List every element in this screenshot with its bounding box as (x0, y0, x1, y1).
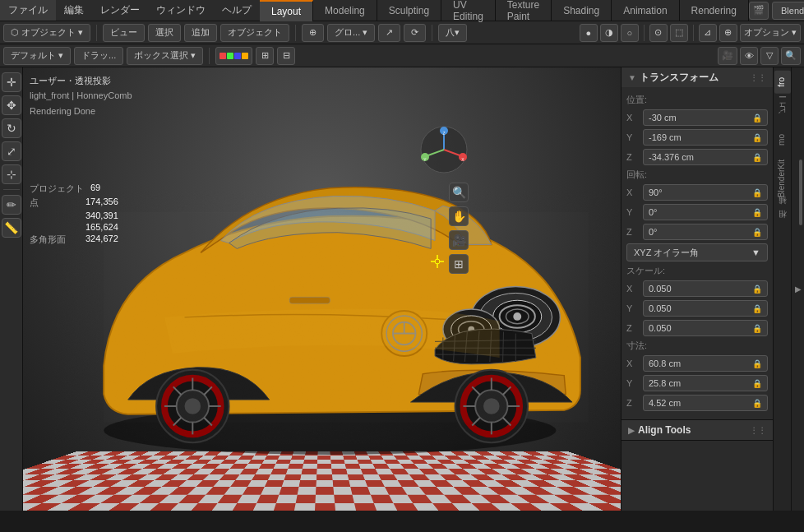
panel-menu-icon[interactable]: ⋮⋮ (750, 73, 766, 82)
viewport[interactable]: Z X Y 🔍 ✋ 🎥 ⊞ ユーザー・透視投影 light_front | Ho… (23, 67, 621, 511)
tab-modeling[interactable]: Modeling (313, 0, 377, 21)
tab-sculpting[interactable]: Sculpting (377, 0, 441, 21)
snap-magnet-btn[interactable]: ⊕ (719, 24, 737, 42)
align-menu-icon[interactable]: ⋮⋮ (750, 426, 766, 435)
select-menu-btn[interactable]: 選択 (148, 24, 181, 42)
box-select-btn[interactable]: ボックス選択 ▾ (127, 47, 203, 65)
rotation-section-label: 回転: (626, 169, 768, 181)
default-mode-btn[interactable]: デフォルト ▾ (3, 47, 71, 65)
scale-x-lock[interactable]: 🔒 (752, 285, 762, 294)
scale-z-input[interactable]: 0.050 🔒 (643, 320, 768, 336)
annotate-tool[interactable]: ✏ (2, 195, 21, 215)
snap-btn[interactable]: 八▾ (438, 24, 467, 42)
viewport-shading-solid[interactable]: ● (580, 24, 598, 42)
tab-animation[interactable]: Animation (612, 0, 679, 21)
menu-render[interactable]: レンダー (92, 0, 148, 21)
scale-z-lock[interactable]: 🔒 (752, 324, 762, 333)
viewport-shading-material[interactable]: ◑ (600, 24, 618, 42)
grid-view-btn[interactable]: ⊞ (449, 254, 469, 274)
transform-origin-btn[interactable]: ⊕ (302, 24, 324, 42)
rot-z-value: 0° (649, 227, 658, 237)
drag-mode-btn[interactable]: ドラッ... (74, 47, 123, 65)
funnel-btn[interactable]: ▽ (760, 47, 779, 65)
scene-selector[interactable]: Blender (772, 2, 804, 20)
measure-tool[interactable]: 📏 (2, 218, 21, 238)
rot-z-lock[interactable]: 🔒 (752, 228, 762, 237)
camera-view-btn[interactable]: 🎥 (449, 230, 469, 250)
global-transform-btn[interactable]: グロ... ▾ (327, 24, 375, 42)
cursor-tool[interactable]: ✛ (2, 72, 21, 92)
options-right-btn[interactable]: オプション ▾ (740, 24, 801, 42)
tab-uv-editing[interactable]: UV Editing (441, 0, 496, 21)
far-right-toggle[interactable]: ▶ (791, 67, 804, 511)
move-tool[interactable]: ✥ (2, 95, 21, 115)
hand-tool-btn[interactable]: ✋ (449, 206, 469, 226)
camera-btn[interactable]: 🎥 (718, 47, 737, 65)
scale-x-label: X (626, 284, 640, 294)
gizmo-area[interactable]: Z X Y (419, 125, 469, 177)
svg-rect-52 (104, 212, 588, 422)
rot-y-lock[interactable]: 🔒 (752, 208, 762, 217)
filter-btn[interactable]: ⊟ (277, 47, 295, 65)
transform-header[interactable]: ▼ トランスフォーム ⋮⋮ (621, 67, 773, 87)
rot-x-lock[interactable]: 🔒 (752, 188, 762, 197)
tab-rendering[interactable]: Rendering (680, 0, 749, 21)
align-tools-header[interactable]: ▶ Align Tools ⋮⋮ (621, 420, 773, 440)
add-menu-btn[interactable]: 追加 (184, 24, 217, 42)
dim-z-lock[interactable]: 🔒 (752, 399, 762, 408)
zoom-btn[interactable]: 🔍 (449, 183, 469, 202)
pos-z-input[interactable]: -34.376 cm 🔒 (643, 149, 768, 165)
search-btn[interactable]: 🔍 (781, 47, 801, 65)
object-mode-btn[interactable]: ⬡ オブジェクト ▾ (3, 24, 90, 42)
overlay-types-btn[interactable]: ⊞ (256, 47, 274, 65)
pos-z-lock[interactable]: 🔒 (752, 153, 762, 162)
tab-shading[interactable]: Shading (552, 0, 612, 21)
menu-file[interactable]: ファイル (0, 0, 56, 21)
pos-y-input[interactable]: -169 cm 🔒 (643, 129, 768, 146)
view-menu-btn[interactable]: ビュー (103, 24, 145, 42)
rot-x-input[interactable]: 90° 🔒 (643, 184, 768, 201)
scene-icon[interactable]: 🎬 (749, 2, 769, 20)
menu-help[interactable]: ヘルプ (214, 0, 260, 21)
rot-y-row: Y 0° 🔒 (626, 204, 768, 220)
viewport-shading-rendered[interactable]: ○ (621, 24, 639, 42)
xray-btn[interactable]: ⬚ (670, 24, 688, 42)
object-menu-btn[interactable]: オブジェクト (220, 24, 289, 42)
menu-window[interactable]: ウィンドウ (148, 0, 214, 21)
object-mode-icon: ⬡ (11, 27, 19, 38)
sidebar-tab-view[interactable]: ビュー (774, 95, 791, 127)
scale-y-input[interactable]: 0.050 🔒 (643, 300, 768, 317)
sidebar-tab-mo[interactable]: mo (774, 127, 791, 152)
overlay-btn[interactable]: ⊙ (649, 24, 668, 42)
scale-y-lock[interactable]: 🔒 (752, 304, 762, 313)
pos-x-input[interactable]: -30 cm 🔒 (643, 109, 768, 126)
rotate-tool-btn[interactable]: ⟳ (404, 24, 426, 42)
tab-layout[interactable]: Layout (260, 0, 313, 21)
sidebar-tab-fro[interactable]: fro (774, 71, 791, 94)
dim-y-lock[interactable]: 🔒 (752, 379, 762, 388)
rot-z-input[interactable]: 0° 🔒 (643, 224, 768, 240)
sidebar-tab-blenderkit[interactable]: BlenderKit (774, 153, 791, 204)
pos-y-lock[interactable]: 🔒 (752, 133, 762, 142)
move-tool-btn[interactable]: ↗ (378, 24, 400, 42)
orientation-gizmo[interactable]: Z X Y (419, 125, 469, 174)
visibility-btn[interactable]: 👁 (740, 47, 758, 65)
scale-tool[interactable]: ⤢ (2, 141, 21, 161)
sidebar-tab-5[interactable]: 補 (774, 205, 791, 218)
sidebar-tab-6[interactable]: 相 (774, 219, 791, 232)
rotate-tool-left[interactable]: ↻ (2, 118, 21, 138)
menu-edit[interactable]: 編集 (56, 0, 92, 21)
transform-tool[interactable]: ⊹ (2, 164, 21, 184)
pos-x-lock[interactable]: 🔒 (752, 113, 762, 123)
dim-y-input[interactable]: 25.8 cm 🔒 (643, 375, 768, 391)
rot-y-input[interactable]: 0° 🔒 (643, 204, 768, 220)
euler-dropdown[interactable]: XYZ オイラー角 ▼ (626, 243, 768, 261)
dim-x-input[interactable]: 60.8 cm 🔒 (643, 355, 768, 372)
sep2 (295, 25, 296, 41)
dim-z-input[interactable]: 4.52 cm 🔒 (643, 395, 768, 411)
color-palette-btn[interactable] (215, 47, 252, 65)
dim-x-lock[interactable]: 🔒 (752, 359, 762, 368)
scale-x-input[interactable]: 0.050 🔒 (643, 280, 768, 297)
proportional-btn[interactable]: ⊿ (699, 24, 717, 42)
tab-texture-paint[interactable]: Texture Paint (496, 0, 552, 21)
